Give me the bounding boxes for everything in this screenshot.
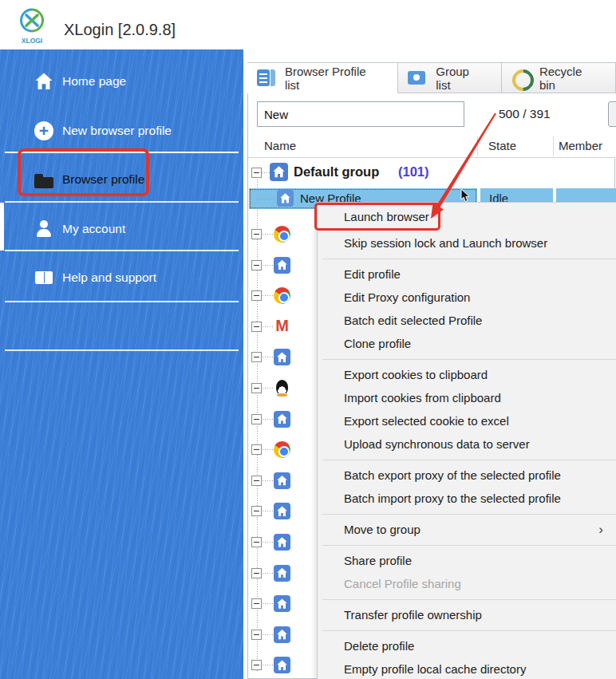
- sidebar-item[interactable]: My account: [0, 214, 243, 244]
- collapse-expander-icon[interactable]: [251, 290, 262, 301]
- sidebar-item[interactable]: New browser profile: [0, 116, 243, 146]
- tab[interactable]: Group list: [398, 62, 502, 93]
- tab[interactable]: Recycle bin: [502, 62, 616, 93]
- sidebar-item[interactable]: Help and support: [0, 263, 243, 293]
- context-menu-item[interactable]: Launch browser ›: [318, 204, 616, 231]
- context-menu-item[interactable]: ›: [318, 355, 616, 363]
- collapse-expander-icon[interactable]: [251, 383, 262, 393]
- context-menu-item[interactable]: Batch import proxy to the selected profi…: [318, 487, 616, 510]
- collapse-expander-icon[interactable]: [251, 352, 262, 362]
- group-home-icon: [270, 163, 288, 181]
- tree-connector: [257, 199, 276, 199]
- tree-row[interactable]: [248, 255, 312, 286]
- sidebar-item-label: Help and support: [62, 270, 156, 285]
- column-header-state[interactable]: State: [488, 139, 516, 152]
- group-row[interactable]: Default group (101): [248, 160, 615, 185]
- folder-icon: [34, 169, 54, 190]
- tree-row[interactable]: [248, 347, 312, 377]
- context-menu-item[interactable]: Share profile ›: [318, 549, 616, 572]
- tree-row[interactable]: [248, 317, 312, 347]
- sidebar-item-label: My account: [62, 222, 125, 236]
- tree-connector: [263, 573, 273, 574]
- sidebar-item[interactable]: Browser profile: [0, 164, 243, 195]
- context-menu-item-label: Launch browser: [344, 210, 429, 223]
- column-separator: [477, 136, 478, 156]
- tree-row[interactable]: [248, 224, 312, 255]
- tree-row[interactable]: [248, 409, 312, 440]
- collapse-expander-icon[interactable]: [251, 506, 262, 516]
- group-name: Default group: [294, 164, 379, 180]
- context-menu-item[interactable]: Transfer profile ownership ›: [318, 603, 616, 626]
- collapse-expander-icon[interactable]: [251, 229, 262, 239]
- context-menu-item[interactable]: Batch export proxy of the selected profi…: [318, 464, 616, 487]
- tree-row[interactable]: [248, 563, 312, 594]
- collapse-expander-icon[interactable]: [251, 168, 262, 178]
- context-menu-item[interactable]: ›: [318, 626, 616, 634]
- plus-circle-icon: [34, 120, 54, 141]
- collapse-expander-icon[interactable]: [251, 630, 262, 640]
- tree-connector: [263, 480, 273, 481]
- context-menu-item-label: Batch import proxy to the selected profi…: [344, 491, 561, 505]
- context-menu-item[interactable]: Empty profile local cache directory ›: [318, 657, 616, 679]
- chevron-right-icon: ›: [598, 518, 603, 541]
- collapse-expander-icon[interactable]: [251, 660, 262, 670]
- context-menu-item[interactable]: Clone profile ›: [318, 332, 616, 355]
- context-menu-item-label: Upload synchronous data to server: [344, 437, 530, 451]
- tree-connector: [263, 295, 273, 296]
- context-menu-item[interactable]: Cancel Profile sharing ›: [318, 572, 616, 595]
- column-header-name[interactable]: Name: [264, 139, 296, 152]
- collapse-expander-icon[interactable]: [251, 476, 262, 486]
- context-menu-item-label: Share profile: [344, 554, 412, 567]
- collapse-expander-icon[interactable]: [251, 322, 262, 332]
- collapse-expander-icon[interactable]: [251, 260, 262, 270]
- context-menu-item[interactable]: ›: [318, 510, 616, 518]
- tab[interactable]: Browser Profile list: [247, 62, 398, 93]
- tree-row[interactable]: [248, 594, 312, 624]
- tree-connector: [263, 511, 273, 511]
- tree-row[interactable]: [248, 378, 312, 409]
- collapse-expander-icon[interactable]: [251, 568, 262, 578]
- column-header-member[interactable]: Member: [559, 139, 602, 152]
- recycle-icon: [511, 69, 530, 86]
- tree-connector: [263, 265, 273, 266]
- context-menu-item[interactable]: Edit profile ›: [318, 263, 616, 286]
- context-menu-item[interactable]: ›: [318, 255, 616, 263]
- collapse-expander-icon[interactable]: [251, 598, 262, 609]
- profile-home-icon: [277, 190, 294, 207]
- tree-row[interactable]: [248, 655, 312, 679]
- profile-list-icon: [257, 69, 275, 86]
- sidebar-item[interactable]: Home page: [0, 66, 243, 97]
- tree-row[interactable]: [248, 471, 312, 501]
- tree-row[interactable]: [248, 532, 312, 563]
- tree-row[interactable]: [248, 286, 312, 316]
- context-menu-item[interactable]: Export selected cookie to excel ›: [318, 409, 616, 432]
- collapse-expander-icon[interactable]: [251, 537, 262, 547]
- context-menu-item-label: Export selected cookie to excel: [344, 414, 509, 428]
- context-menu-item[interactable]: Move to group ›: [318, 518, 616, 541]
- sidebar-divider: [5, 152, 239, 153]
- tree-row[interactable]: [248, 501, 312, 531]
- context-menu: Launch browser › Skip session lock and L…: [317, 202, 616, 679]
- context-menu-item[interactable]: Edit Proxy configuration ›: [318, 286, 616, 309]
- search-row: 500 / 391: [248, 93, 615, 135]
- collapse-expander-icon[interactable]: [251, 444, 262, 455]
- context-menu-item[interactable]: Delete profile ›: [318, 634, 616, 657]
- context-menu-item[interactable]: Upload synchronous data to server ›: [318, 432, 616, 456]
- context-menu-item[interactable]: ›: [318, 541, 616, 549]
- sidebar-divider: [5, 201, 239, 203]
- tree-row[interactable]: [248, 625, 312, 655]
- context-menu-item[interactable]: Import cookies from clipboard ›: [318, 386, 616, 409]
- context-menu-item[interactable]: ›: [318, 456, 616, 464]
- context-menu-item[interactable]: Batch edit selected Profile ›: [318, 309, 616, 332]
- sidebar-item-label: Home page: [62, 74, 126, 89]
- context-menu-item[interactable]: Export cookies to clipboard ›: [318, 363, 616, 386]
- collapse-expander-icon[interactable]: [251, 414, 262, 424]
- sidebar-divider: [5, 349, 239, 351]
- search-input[interactable]: [257, 101, 464, 127]
- context-menu-item[interactable]: ›: [318, 595, 616, 603]
- tree-row[interactable]: [248, 440, 312, 470]
- search-action-button[interactable]: [608, 101, 616, 127]
- gmail-icon: [274, 318, 290, 335]
- home-icon: [274, 349, 290, 365]
- context-menu-item[interactable]: Skip session lock and Launch browser ›: [318, 231, 616, 255]
